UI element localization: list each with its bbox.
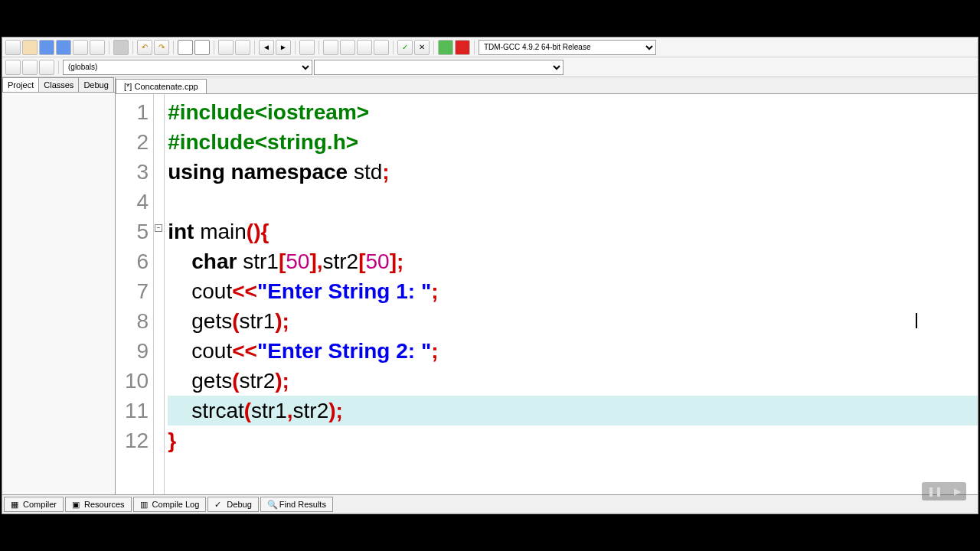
find-button[interactable]	[178, 40, 193, 55]
grid4-button[interactable]	[374, 40, 389, 55]
new-file-button[interactable]	[5, 40, 21, 55]
editor-area: [*] Concatenate.cpp 1 2 3 4 5 6 7 8 9 10…	[116, 77, 978, 494]
tab-debug[interactable]: Debug	[78, 77, 113, 92]
ide-window: ↶ ↷ ◄ ► ✓ ✕ TDM-GCC 4.9.2 64-bit Release	[2, 37, 978, 514]
main-toolbar: ↶ ↷ ◄ ► ✓ ✕ TDM-GCC 4.9.2 64-bit Release	[2, 37, 978, 57]
compile-run-button[interactable]	[438, 40, 453, 55]
run-button[interactable]: ✕	[414, 40, 430, 55]
video-overlay-controls[interactable]: ❚❚ ▶	[922, 482, 966, 500]
compiler-icon: ▦	[11, 500, 20, 509]
fold-marker-icon[interactable]: −	[155, 224, 162, 232]
bottom-tab-bar: ▦Compiler ▣Resources ▥Compile Log ✓Debug…	[2, 494, 978, 514]
bottom-tab-compiler[interactable]: ▦Compiler	[4, 497, 64, 512]
undo-button[interactable]: ↶	[137, 40, 152, 55]
bottom-tab-debug[interactable]: ✓Debug	[207, 497, 258, 512]
member-select[interactable]	[314, 60, 564, 75]
goto-line-button[interactable]	[299, 40, 315, 55]
next-icon[interactable]: ▶	[954, 486, 961, 497]
goto-bookmark-button[interactable]	[235, 40, 250, 55]
code-editor[interactable]: 1 2 3 4 5 6 7 8 9 10 11 12 − #incl	[116, 94, 978, 494]
save-as-button[interactable]	[73, 40, 88, 55]
code-lines[interactable]: #include<iostream> #include<string.h> us…	[165, 94, 978, 494]
line-gutter: 1 2 3 4 5 6 7 8 9 10 11 12	[116, 94, 154, 494]
bottom-tab-compile-log[interactable]: ▥Compile Log	[133, 497, 207, 512]
log-icon: ▥	[140, 500, 149, 509]
fold-column: −	[154, 94, 165, 494]
redo-button[interactable]: ↷	[154, 40, 169, 55]
scope-select[interactable]: (globals)	[63, 60, 312, 75]
forward-button[interactable]: ►	[276, 40, 291, 55]
replace-button[interactable]	[194, 40, 210, 55]
bottom-tab-find-results[interactable]: 🔍Find Results	[260, 497, 333, 512]
close-button[interactable]	[90, 40, 105, 55]
debug-icon: ✓	[214, 500, 224, 509]
new-project-button[interactable]	[5, 60, 21, 75]
compiler-select[interactable]: TDM-GCC 4.9.2 64-bit Release	[479, 40, 656, 55]
compile-button[interactable]: ✓	[397, 40, 413, 55]
tab-project[interactable]: Project	[2, 77, 39, 92]
text-cursor-icon	[916, 313, 917, 328]
tab-classes[interactable]: Classes	[38, 77, 79, 92]
open-file-button[interactable]	[22, 40, 38, 55]
grid3-button[interactable]	[357, 40, 372, 55]
bookmark-button[interactable]	[39, 60, 54, 75]
file-tab-concatenate[interactable]: [*] Concatenate.cpp	[116, 79, 207, 93]
find-icon: 🔍	[267, 500, 276, 509]
side-panel: Project Classes Debug	[2, 77, 116, 494]
resources-icon: ▣	[72, 500, 81, 509]
grid1-button[interactable]	[323, 40, 338, 55]
pause-icon[interactable]: ❚❚	[927, 486, 942, 497]
back-button[interactable]: ◄	[259, 40, 274, 55]
secondary-toolbar: (globals)	[2, 57, 978, 77]
insert-button[interactable]	[22, 60, 38, 75]
grid2-button[interactable]	[340, 40, 355, 55]
save-button[interactable]	[39, 40, 54, 55]
toggle-bookmark-button[interactable]	[218, 40, 234, 55]
bottom-tab-resources[interactable]: ▣Resources	[65, 497, 132, 512]
rebuild-button[interactable]	[455, 40, 470, 55]
print-button[interactable]	[113, 40, 129, 55]
save-all-button[interactable]	[56, 40, 71, 55]
